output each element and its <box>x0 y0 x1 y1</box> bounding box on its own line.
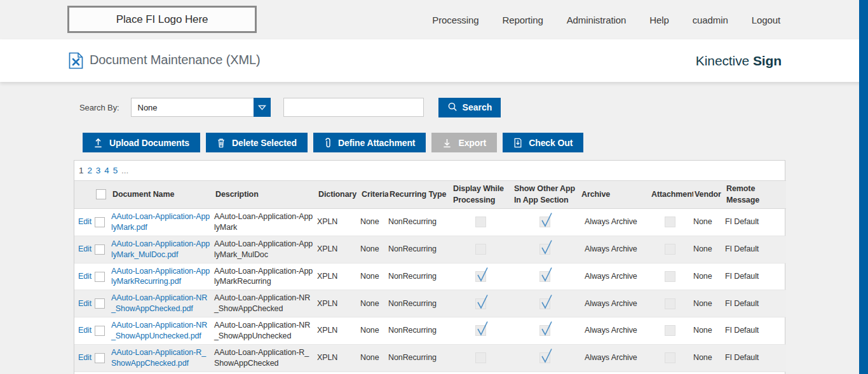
checkbox-checked <box>475 325 486 336</box>
show-other-app-cell <box>513 290 580 317</box>
criteria-cell: None <box>360 344 388 371</box>
criteria-cell: None <box>360 371 388 374</box>
display-while-processing-cell <box>452 317 513 345</box>
nav-cuadmin[interactable]: cuadmin <box>693 15 728 25</box>
download-icon <box>442 138 452 148</box>
display-while-processing-cell <box>452 371 513 374</box>
nav-logout[interactable]: Logout <box>752 15 780 25</box>
checkbox-unchecked <box>665 217 675 227</box>
attachment-cell <box>650 290 693 317</box>
description-cell: AAuto-Loan-Application-NR_ShowAppChecked <box>214 290 317 317</box>
check-icon <box>539 211 553 228</box>
nav-help[interactable]: Help <box>649 15 668 25</box>
remote-message-cell: FI Default <box>725 317 786 345</box>
vendor-cell: None <box>693 317 725 345</box>
upload-button[interactable]: Upload Documents <box>83 133 200 152</box>
checkbox-unchecked <box>475 217 486 227</box>
vendor-cell: None <box>693 371 725 374</box>
row-select-checkbox[interactable] <box>95 217 105 227</box>
nav-processing[interactable]: Processing <box>432 15 478 25</box>
document-name-link[interactable]: AAuto-Loan-Application-NR_ShowAppUncheck… <box>111 321 207 340</box>
remote-message-cell: FI Default <box>725 263 786 290</box>
page-link-3[interactable]: 3 <box>96 166 100 175</box>
remote-message-cell: FI Default <box>725 209 786 236</box>
edit-link[interactable]: Edit <box>78 326 92 335</box>
description-cell: AAuto-Loan-Application-ApplyMark_MulDoc <box>214 236 317 263</box>
paperclip-button[interactable]: Define Attachment <box>313 133 426 152</box>
column-header-attachment: Attachment <box>650 181 693 209</box>
criteria-cell: None <box>360 209 388 236</box>
checkbox-unchecked <box>475 352 486 363</box>
row-select-checkbox[interactable] <box>95 298 105 309</box>
checkbox-checked <box>539 271 550 282</box>
brand-bold: Sign <box>753 53 782 68</box>
dictionary-cell: XPLN <box>317 263 360 290</box>
chevron-down-icon <box>254 98 271 117</box>
nav-administration[interactable]: Administration <box>567 15 627 25</box>
recurring-type-cell: NonRecurring <box>388 317 452 345</box>
dictionary-cell: XPLN <box>317 290 360 317</box>
check-icon <box>539 347 553 364</box>
dictionary-cell: XPLN <box>317 236 360 263</box>
vendor-cell: None <box>693 236 725 263</box>
table-row: EditAAuto-Loan-Application-ApplyMark_Mul… <box>74 236 786 263</box>
nav-reporting[interactable]: Reporting <box>502 15 543 25</box>
criteria-cell: None <box>360 263 388 290</box>
edit-link[interactable]: Edit <box>78 217 92 226</box>
row-select-checkbox[interactable] <box>95 326 105 336</box>
search-button[interactable]: Search <box>438 98 501 117</box>
document-name-link[interactable]: AAuto-Loan-Application-R_ShowAppChecked.… <box>111 348 206 368</box>
select-all-checkbox[interactable] <box>96 189 106 199</box>
edit-link[interactable]: Edit <box>78 299 92 308</box>
description-cell: AAuto-Loan-Application-NR_ShowAppUncheck… <box>214 317 317 345</box>
archive-cell: Always Archive <box>580 263 650 290</box>
row-select-checkbox[interactable] <box>95 353 105 363</box>
description-cell: AAuto-Loan-Application-R_ShowAppChecked <box>214 344 317 371</box>
checkbox-checked <box>475 298 486 309</box>
vertical-scrollbar[interactable] <box>859 0 868 374</box>
search-by-dropdown[interactable]: None <box>131 98 271 117</box>
page-link-1[interactable]: 1 <box>79 166 83 175</box>
column-header-archive: Archive <box>580 181 650 209</box>
table-header: Document NameDescriptionDictionaryCriter… <box>74 181 786 209</box>
document-name-link[interactable]: AAuto-Loan-Application-ApplyMark_MulDoc.… <box>111 239 210 259</box>
show-other-app-cell <box>513 317 580 345</box>
edit-link[interactable]: Edit <box>78 244 92 253</box>
archive-cell: Always Archive <box>580 344 650 371</box>
page-link-4[interactable]: 4 <box>104 166 109 175</box>
column-header-criteria: Criteria <box>360 181 388 209</box>
search-input[interactable] <box>283 98 424 117</box>
attachment-cell <box>650 209 693 236</box>
document-name-link[interactable]: AAuto-Loan-Application-ApplyMarkRecurrin… <box>111 267 210 286</box>
check-icon <box>539 238 553 255</box>
column-header-show-other-app-in-app-section: Show Other App In App Section <box>513 181 580 209</box>
trash-button[interactable]: Delete Selected <box>206 133 308 152</box>
document-name-link[interactable]: AAuto-Loan-Application-NR_ShowAppChecked… <box>111 293 207 313</box>
check-icon <box>475 293 489 310</box>
download-button: Export <box>431 133 497 152</box>
recurring-type-cell: NonRecurring <box>388 263 452 290</box>
edit-link[interactable]: Edit <box>78 353 92 362</box>
checkbox-unchecked <box>665 298 675 309</box>
remote-message-cell: FI Default <box>725 371 786 374</box>
check-icon <box>475 319 489 337</box>
column-header-description: Description <box>214 181 317 209</box>
check-icon <box>539 265 553 283</box>
dictionary-cell: XPLN <box>317 344 360 371</box>
search-button-label: Search <box>463 102 492 112</box>
page-link-2[interactable]: 2 <box>87 166 92 175</box>
table-row: EditAAuto-Loan-Application-R_ShowAppUnch… <box>74 371 786 374</box>
edit-link[interactable]: Edit <box>78 272 92 281</box>
dictionary-cell: XPLN <box>317 209 360 236</box>
checkout-button[interactable]: Check Out <box>503 133 583 152</box>
row-select-checkbox[interactable] <box>95 272 105 282</box>
search-row: Search By: None Search <box>79 98 501 117</box>
document-name-link[interactable]: AAuto-Loan-Application-ApplyMark.pdf <box>111 212 210 232</box>
archive-cell: Always Archive <box>580 209 650 236</box>
table-row: EditAAuto-Loan-Application-ApplyMarkRecu… <box>74 263 786 290</box>
page-link-5[interactable]: 5 <box>113 166 118 175</box>
button-label: Export <box>458 138 486 148</box>
checkbox-unchecked <box>665 352 675 363</box>
display-while-processing-cell <box>452 236 513 263</box>
row-select-checkbox[interactable] <box>95 244 105 255</box>
